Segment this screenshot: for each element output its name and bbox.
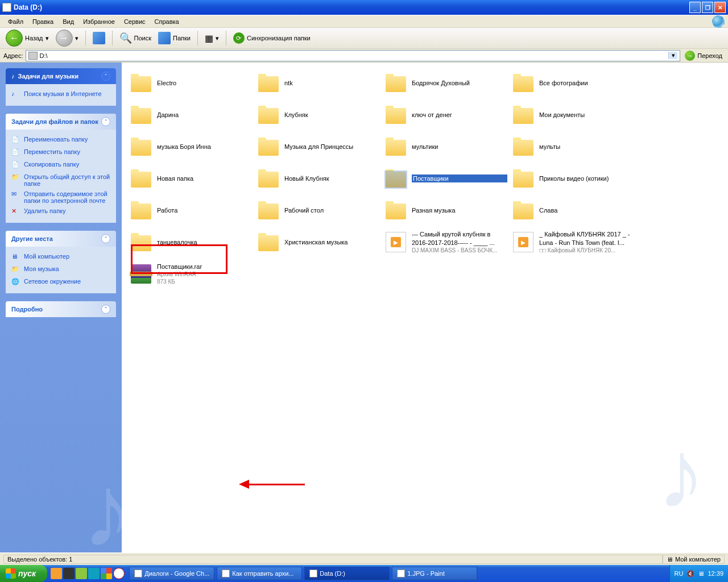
tray-icon[interactable]: 🔇 — [686, 570, 694, 577]
taskbar-item[interactable]: Диалоги - Google Ch... — [129, 567, 214, 580]
task-delete[interactable]: ✕Удалить папку — [11, 206, 110, 218]
start-button[interactable]: пуск — [0, 565, 47, 582]
section-header-music[interactable]: ♪ Задачи для музыки ˆ — [6, 68, 116, 84]
menu-tools[interactable]: Сервис — [119, 17, 150, 26]
item-label: Поставщики — [412, 174, 507, 182]
media-item[interactable]: --- Самый крутой клубняк в 2016-2017-201… — [383, 228, 508, 256]
folder-item[interactable]: ключ от денег — [383, 101, 508, 128]
maximize-button[interactable]: ❐ — [702, 2, 713, 13]
folder-item[interactable]: Все фотографии — [511, 69, 636, 97]
folder-item[interactable]: музыка Боря Инна — [129, 133, 254, 160]
task-my-computer[interactable]: 🖥Мой компьютер — [11, 251, 110, 264]
rename-icon: 📄 — [11, 136, 20, 145]
menu-view[interactable]: Вид — [58, 17, 78, 26]
archive-item[interactable]: Поставщики.rarАрхив WinRAR873 КБ — [129, 260, 254, 288]
folder-item[interactable]: Новый Клубняк — [256, 165, 381, 192]
folder-item[interactable]: Слава — [511, 197, 636, 224]
menu-help[interactable]: Справка — [150, 17, 184, 26]
task-my-music[interactable]: 📁Моя музыка — [11, 264, 110, 276]
task-move[interactable]: 📄Переместить папку — [11, 147, 110, 159]
views-button[interactable]: ▦▾ — [202, 32, 221, 45]
folder-item[interactable]: Приколы видео (котики) — [511, 165, 636, 192]
menu-bar: Файл Правка Вид Избранное Сервис Справка — [0, 15, 728, 27]
item-label: Рабочий стол — [284, 206, 380, 214]
menu-edit[interactable]: Правка — [28, 17, 58, 26]
task-rename[interactable]: 📄Переименовать папку — [11, 134, 110, 147]
ql-item[interactable] — [51, 568, 62, 579]
go-button[interactable]: → Переход — [682, 51, 725, 61]
taskbar-item[interactable]: Как отправить архи... — [217, 567, 302, 580]
folder-item[interactable]: Бодрячок Духовный — [383, 69, 508, 97]
address-bar: Адрес: D:\ ▾ → Переход — [0, 49, 728, 63]
media-item[interactable]: _ Кайфовый КЛУБНЯК 2017 _ - Luna - Run T… — [511, 228, 636, 256]
copy-icon: 📄 — [11, 161, 20, 170]
item-label: Слава — [539, 206, 635, 214]
sync-label: Синхронизация папки — [247, 35, 311, 41]
music-note-icon: ♪ — [11, 90, 20, 99]
folder-item[interactable]: Музыка для Принцессы — [256, 133, 381, 160]
item-label: Приколы видео (котики) — [539, 174, 635, 182]
folders-button[interactable]: Папки — [156, 31, 193, 45]
ql-chrome[interactable] — [101, 568, 112, 579]
minimize-button[interactable]: _ — [689, 2, 701, 13]
item-label: Electro — [157, 79, 253, 87]
folder-icon — [512, 167, 535, 190]
ql-item[interactable] — [76, 568, 87, 579]
item-label: Мои документы — [539, 111, 635, 119]
files-area[interactable]: ElectrontkБодрячок ДуховныйВсе фотографи… — [122, 63, 728, 552]
folder-item[interactable]: мультики — [383, 133, 508, 160]
menu-favorites[interactable]: Избранное — [78, 17, 119, 26]
close-button[interactable]: ✕ — [714, 2, 726, 13]
taskbar-item[interactable]: Data (D:) — [304, 567, 390, 580]
sync-button[interactable]: ⟳Синхронизация папки — [231, 31, 313, 45]
media-file-icon — [384, 231, 407, 253]
section-header-other-places[interactable]: Другие места ˆ — [6, 231, 116, 247]
folder-item[interactable]: Дарина — [129, 101, 254, 128]
task-network[interactable]: 🌐Сетевое окружение — [11, 276, 110, 289]
task-label: Скопировать папку — [24, 161, 79, 168]
folder-item[interactable]: Поставщики — [383, 165, 508, 192]
folder-icon — [384, 167, 407, 190]
folder-item[interactable]: мульты — [511, 133, 636, 160]
task-search-music[interactable]: ♪Поиск музыки в Интернете — [11, 89, 110, 101]
taskbar-item[interactable]: 1.JPG - Paint — [392, 567, 477, 580]
folder-item[interactable]: Рабочий стол — [256, 197, 381, 224]
folder-item[interactable]: Новая папка — [129, 165, 254, 192]
app-icon — [309, 569, 317, 577]
folder-item[interactable]: Electro — [129, 69, 254, 97]
language-indicator[interactable]: RU — [675, 570, 684, 577]
folder-item[interactable]: танцевалочка — [129, 228, 254, 256]
ql-item[interactable] — [63, 568, 75, 579]
folders-label: Папки — [173, 35, 191, 41]
address-dropdown-button[interactable]: ▾ — [668, 52, 677, 59]
search-button[interactable]: 🔍Поиск — [117, 31, 154, 45]
item-label: Бодрячок Духовный — [412, 79, 507, 87]
folder-item[interactable]: Разная музыка — [383, 197, 508, 224]
section-header-file-tasks[interactable]: Задачи для файлов и папок ˆ — [6, 114, 116, 130]
section-title: Задачи для музыки — [18, 73, 79, 80]
ql-item[interactable] — [88, 568, 100, 579]
folder-item[interactable]: Христианская музыка — [256, 228, 381, 256]
folder-item[interactable]: Работа — [129, 197, 254, 224]
folder-icon — [384, 72, 407, 94]
clock[interactable]: 12:39 — [708, 570, 723, 577]
computer-icon: 🖥 — [11, 253, 20, 262]
up-button[interactable] — [90, 31, 107, 45]
task-email[interactable]: ✉Отправить содержимое этой папки по элек… — [11, 189, 110, 206]
task-share[interactable]: 📁Открыть общий доступ к этой папке — [11, 172, 110, 189]
move-icon: 📄 — [11, 148, 20, 157]
ql-yandex[interactable] — [113, 568, 125, 579]
folder-item[interactable]: Мои документы — [511, 101, 636, 128]
task-copy[interactable]: 📄Скопировать папку — [11, 159, 110, 172]
back-button[interactable]: ← Назад ▾ — [3, 28, 51, 48]
tray-icon[interactable]: 🖥 — [698, 570, 704, 577]
forward-button[interactable]: → ▾ — [53, 28, 81, 48]
menu-file[interactable]: Файл — [3, 17, 28, 26]
back-label: Назад — [25, 35, 43, 41]
watermark-note-icon: ♪ — [82, 452, 122, 552]
address-input[interactable]: D:\ ▾ — [26, 50, 681, 61]
folder-item[interactable]: ntk — [256, 69, 381, 97]
section-header-details[interactable]: Подробно ˇ — [6, 301, 116, 317]
folder-item[interactable]: Клубняк — [256, 101, 381, 128]
expand-icon: ˇ — [101, 305, 110, 314]
